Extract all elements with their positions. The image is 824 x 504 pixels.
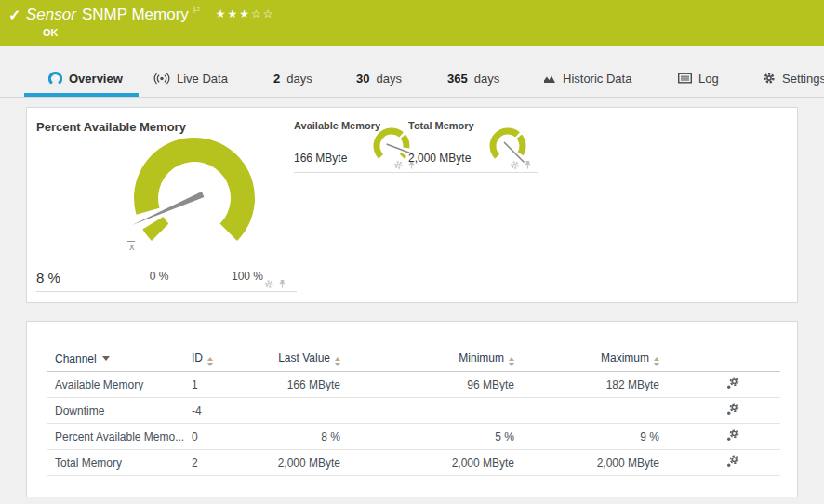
- main-gauge: [132, 138, 255, 241]
- channel-id: 1: [184, 372, 247, 398]
- divider: [294, 172, 416, 173]
- sort-icon: [509, 357, 514, 366]
- channel-id: 2: [184, 450, 247, 476]
- edit-channel-icon[interactable]: [726, 429, 739, 442]
- tab-log[interactable]: Log: [678, 71, 719, 86]
- mini-gauge-value: 2,000 MByte: [408, 152, 471, 165]
- col-header-maximum[interactable]: Maximum: [514, 347, 659, 372]
- channel-id: 0: [184, 424, 247, 450]
- gear-icon: [763, 72, 776, 85]
- gauge-icon: [48, 72, 62, 86]
- sort-icon: [335, 357, 340, 366]
- channel-minimum: 96 MByte: [340, 372, 514, 398]
- gauges-panel: Percent Available Memory x 0 % 100 % 8 %…: [26, 107, 798, 303]
- channel-maximum: 2,000 MByte: [514, 450, 659, 476]
- tab-overview[interactable]: Overview: [48, 71, 123, 86]
- pin-icon[interactable]: [524, 160, 532, 170]
- main-gauge-controls: [264, 279, 286, 289]
- area-chart-icon: [543, 73, 556, 84]
- tab-settings[interactable]: Settings: [763, 71, 824, 86]
- ok-check-icon: ✓: [8, 7, 20, 24]
- channel-name[interactable]: Available Memory: [47, 372, 184, 398]
- main-gauge-title: Percent Available Memory: [36, 120, 186, 134]
- channel-minimum: [340, 398, 514, 424]
- gauge-scale-max: 100 %: [227, 270, 268, 283]
- table-row[interactable]: Percent Available Memo... 0 8 % 5 % 9 %: [47, 424, 780, 450]
- tab-365-days[interactable]: 365days: [447, 71, 499, 86]
- channel-last-value: 8 %: [247, 424, 340, 450]
- sort-desc-icon: [102, 356, 110, 361]
- pin-icon[interactable]: [278, 279, 286, 289]
- log-list-icon: [678, 73, 692, 84]
- sensor-status-header: ✓ SensorSNMP Memory⚐★★★☆☆ OK: [0, 0, 824, 46]
- channel-id: -4: [184, 398, 247, 424]
- gear-icon[interactable]: [264, 279, 274, 289]
- col-header-minimum[interactable]: Minimum: [340, 347, 514, 372]
- table-header-row: Channel ID Last Value Minimum Maximum: [47, 347, 780, 372]
- col-header-last-value[interactable]: Last Value: [247, 347, 340, 372]
- prtg-sensor-page: ✓ SensorSNMP Memory⚐★★★☆☆ OK Overview Li…: [0, 0, 824, 504]
- sort-icon: [207, 357, 213, 366]
- channel-name[interactable]: Total Memory: [47, 450, 184, 476]
- priority-stars[interactable]: ★★★☆☆: [216, 7, 275, 20]
- channel-name[interactable]: Downtime: [47, 398, 184, 424]
- channel-maximum: [514, 398, 659, 424]
- channel-last-value: [247, 398, 340, 424]
- channel-last-value: 166 MByte: [247, 372, 340, 398]
- gauge-scale-min: 0 %: [139, 270, 179, 283]
- divider: [408, 172, 538, 173]
- edit-channel-icon[interactable]: [726, 403, 739, 416]
- channels-panel: Channel ID Last Value Minimum Maximum Av…: [26, 321, 798, 497]
- table-row[interactable]: Total Memory 2 2,000 MByte 2,000 MByte 2…: [47, 450, 780, 476]
- tab-bar: Overview Live Data 2days 30days 365days …: [0, 46, 824, 98]
- broadcast-icon: [153, 73, 170, 85]
- sensor-title: SensorSNMP Memory⚐★★★☆☆: [26, 5, 275, 24]
- col-header-channel[interactable]: Channel: [47, 347, 184, 372]
- channel-last-value: 2,000 MByte: [247, 450, 340, 476]
- main-gauge-value: 8 %: [36, 270, 60, 285]
- col-header-id[interactable]: ID: [184, 347, 247, 372]
- channel-minimum: 5 %: [340, 424, 514, 450]
- table-row[interactable]: Available Memory 1 166 MByte 96 MByte 18…: [47, 372, 780, 398]
- channels-table: Channel ID Last Value Minimum Maximum Av…: [47, 347, 780, 476]
- edit-channel-icon[interactable]: [726, 377, 739, 390]
- total-memory-gauge: [489, 127, 525, 162]
- tab-historic-data[interactable]: Historic Data: [543, 71, 631, 86]
- sensor-type-label: Sensor: [26, 6, 76, 23]
- mini-gauge-value: 166 MByte: [294, 152, 347, 165]
- edit-channel-icon[interactable]: [726, 455, 739, 468]
- active-tab-underline: [24, 93, 139, 97]
- gear-icon[interactable]: [510, 160, 520, 170]
- tab-live-data[interactable]: Live Data: [153, 71, 228, 86]
- gear-icon[interactable]: [393, 160, 404, 170]
- status-badge: OK: [43, 27, 59, 38]
- divider: [36, 291, 297, 292]
- channel-minimum: 2,000 MByte: [340, 450, 514, 476]
- channel-maximum: 182 MByte: [514, 372, 659, 398]
- tab-30-days[interactable]: 30days: [356, 71, 402, 86]
- table-row[interactable]: Downtime -4: [47, 398, 780, 424]
- sensor-name: SNMP Memory: [82, 6, 189, 23]
- average-marker: x: [129, 241, 135, 252]
- mini-gauge-title: Total Memory: [408, 120, 474, 131]
- sort-icon: [654, 357, 659, 366]
- channel-maximum: 9 %: [514, 424, 659, 450]
- flag-icon: ⚐: [193, 5, 201, 15]
- mini-gauge-controls: [510, 160, 532, 170]
- col-header-actions: [659, 347, 780, 372]
- tab-2-days[interactable]: 2days: [273, 71, 312, 86]
- channel-name[interactable]: Percent Available Memo...: [47, 424, 184, 450]
- mini-gauge-title: Available Memory: [294, 120, 380, 131]
- available-memory-gauge: [373, 127, 412, 158]
